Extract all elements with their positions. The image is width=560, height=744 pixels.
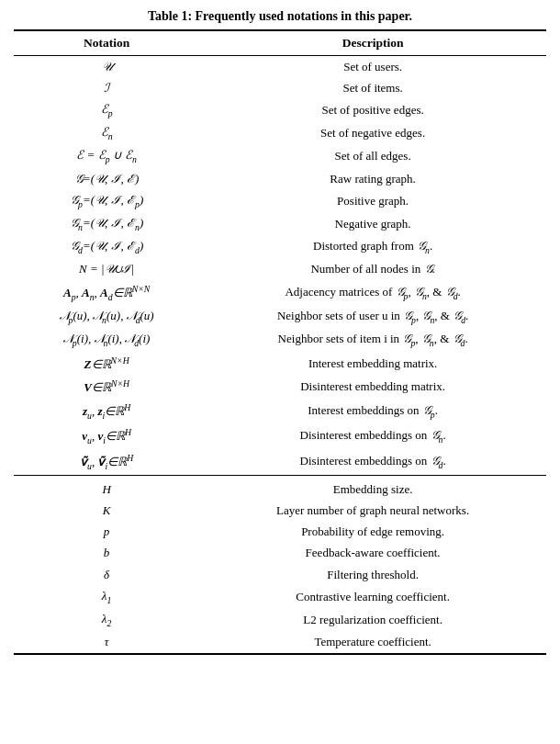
col-notation: Notation	[14, 30, 199, 56]
description-cell: Negative graph.	[199, 213, 546, 236]
description-cell: Neighbor sets of user u in 𝒢p, 𝒢n, & 𝒢d.	[199, 306, 546, 329]
col-description: Description	[199, 30, 546, 56]
notation-cell: τ	[14, 632, 199, 654]
notation-cell: b	[14, 543, 199, 564]
notation-cell: ℰ = ℰp ∪ ℰn	[14, 145, 199, 168]
notation-cell: 𝒢d=(𝒰, ℐ, ℰd)	[14, 236, 199, 259]
table-row: HEmbedding size.	[14, 479, 546, 500]
notation-cell: 𝒩p(u), 𝒩n(u), 𝒩d(u)	[14, 306, 199, 329]
table-container: Table 1: Frequently used notations in th…	[14, 9, 546, 655]
notation-cell: δ	[14, 564, 199, 585]
table-row: KLayer number of graph neural networks.	[14, 501, 546, 522]
description-cell: Neighbor sets of item i in 𝒢p, 𝒢n, & 𝒢d.	[199, 329, 546, 352]
table-row: 𝒰Set of users.	[14, 56, 546, 78]
description-cell: Embedding size.	[199, 479, 546, 500]
description-cell: Disinterest embeddings on 𝒢n.	[199, 424, 546, 450]
description-cell: Raw rating graph.	[199, 168, 546, 189]
notation-cell: 𝒰	[14, 56, 199, 78]
description-cell: Temperature coefficient.	[199, 632, 546, 654]
notation-cell: 𝒢p=(𝒰, ℐ, ℰp)	[14, 189, 199, 212]
description-cell: Adjacency matrices of 𝒢p, 𝒢n, & 𝒢d.	[199, 280, 546, 306]
description-cell: Positive graph.	[199, 189, 546, 212]
notation-cell: Z∈ℝN×H	[14, 352, 199, 376]
table-row: 𝒢n=(𝒰, ℐ, ℰn)Negative graph.	[14, 213, 546, 236]
notation-cell: ṽu, ṽi∈ℝH	[14, 449, 199, 475]
notation-cell: 𝒢=(𝒰, ℐ, ℰ)	[14, 168, 199, 189]
notation-cell: p	[14, 522, 199, 543]
description-cell: Feedback-aware coefficient.	[199, 543, 546, 564]
notation-cell: V∈ℝN×H	[14, 376, 199, 400]
table-row: Ap, An, Ad∈ℝN×NAdjacency matrices of 𝒢p,…	[14, 280, 546, 306]
description-cell: Disinterest embedding matrix.	[199, 376, 546, 400]
description-cell: Probability of edge removing.	[199, 522, 546, 543]
table-row: 𝒢d=(𝒰, ℐ, ℰd)Distorted graph from 𝒢n.	[14, 236, 546, 259]
description-cell: Interest embeddings on 𝒢p.	[199, 399, 546, 424]
description-cell: Set of users.	[199, 56, 546, 78]
table-row: 𝒩p(i), 𝒩n(i), 𝒩d(i)Neighbor sets of item…	[14, 329, 546, 352]
description-cell: Contrastive learning coefficient.	[199, 585, 546, 608]
description-cell: Number of all nodes in 𝒢.	[199, 259, 546, 280]
notations-table: Notation Description 𝒰Set of users.ℐSet …	[14, 29, 546, 655]
notation-cell: 𝒩p(i), 𝒩n(i), 𝒩d(i)	[14, 329, 199, 352]
table-row: Z∈ℝN×HInterest embedding matrix.	[14, 352, 546, 376]
notation-cell: ℰn	[14, 122, 199, 145]
notation-cell: vu, vi∈ℝH	[14, 424, 199, 450]
table-title: Table 1: Frequently used notations in th…	[14, 9, 546, 24]
notation-cell: N = |𝒰∪ℐ|	[14, 259, 199, 280]
description-cell: Interest embedding matrix.	[199, 352, 546, 376]
table-row: N = |𝒰∪ℐ|Number of all nodes in 𝒢.	[14, 259, 546, 280]
table-row: ℰ = ℰp ∪ ℰnSet of all edges.	[14, 145, 546, 168]
table-row: ℰnSet of negative edges.	[14, 122, 546, 145]
table-row: τTemperature coefficient.	[14, 632, 546, 654]
description-cell: Disinterest embeddings on 𝒢d.	[199, 449, 546, 475]
table-row: vu, vi∈ℝHDisinterest embeddings on 𝒢n.	[14, 424, 546, 450]
notation-cell: zu, zi∈ℝH	[14, 399, 199, 424]
notation-cell: λ1	[14, 585, 199, 608]
notation-cell: ℐ	[14, 77, 199, 98]
notation-cell: H	[14, 479, 199, 500]
description-cell: Set of positive edges.	[199, 98, 546, 121]
table-row: 𝒢=(𝒰, ℐ, ℰ)Raw rating graph.	[14, 168, 546, 189]
notation-cell: K	[14, 501, 199, 522]
table-row: pProbability of edge removing.	[14, 522, 546, 543]
description-cell: Set of negative edges.	[199, 122, 546, 145]
description-cell: Filtering threshold.	[199, 564, 546, 585]
description-cell: Set of items.	[199, 77, 546, 98]
description-cell: Layer number of graph neural networks.	[199, 501, 546, 522]
table-row: ṽu, ṽi∈ℝHDisinterest embeddings on 𝒢d.	[14, 449, 546, 475]
table-row: ℰpSet of positive edges.	[14, 98, 546, 121]
notation-cell: λ2	[14, 609, 199, 632]
table-row: bFeedback-aware coefficient.	[14, 543, 546, 564]
description-cell: Distorted graph from 𝒢n.	[199, 236, 546, 259]
notation-cell: ℰp	[14, 98, 199, 121]
table-row: λ1Contrastive learning coefficient.	[14, 585, 546, 608]
table-row: zu, zi∈ℝHInterest embeddings on 𝒢p.	[14, 399, 546, 424]
table-row: ℐSet of items.	[14, 77, 546, 98]
notation-cell: Ap, An, Ad∈ℝN×N	[14, 280, 199, 306]
description-cell: L2 regularization coefficient.	[199, 609, 546, 632]
table-row: δFiltering threshold.	[14, 564, 546, 585]
table-row: 𝒢p=(𝒰, ℐ, ℰp)Positive graph.	[14, 189, 546, 212]
notation-cell: 𝒢n=(𝒰, ℐ, ℰn)	[14, 213, 199, 236]
table-row: 𝒩p(u), 𝒩n(u), 𝒩d(u)Neighbor sets of user…	[14, 306, 546, 329]
table-row: λ2L2 regularization coefficient.	[14, 609, 546, 632]
table-row: V∈ℝN×HDisinterest embedding matrix.	[14, 376, 546, 400]
description-cell: Set of all edges.	[199, 145, 546, 168]
